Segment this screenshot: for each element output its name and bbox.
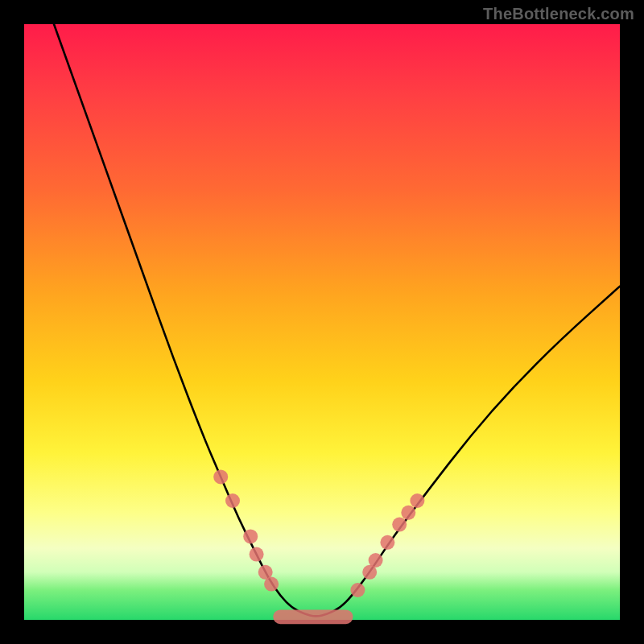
- watermark-text: TheBottleneck.com: [483, 5, 634, 23]
- marker-dot: [250, 547, 264, 562]
- marker-dot: [350, 583, 365, 597]
- marker-dot: [380, 535, 394, 550]
- marker-dot: [369, 553, 383, 568]
- markers-left: [213, 469, 279, 591]
- marker-dot: [225, 493, 240, 508]
- marker-dot: [401, 506, 415, 520]
- marker-dot: [392, 518, 407, 532]
- valley-lobe: [273, 609, 353, 624]
- plot-area: [24, 24, 620, 620]
- marker-dot: [213, 469, 228, 484]
- bottleneck-curve: [54, 24, 620, 616]
- marker-dot: [410, 493, 424, 508]
- marker-dot: [264, 577, 279, 592]
- chart-svg: [24, 24, 620, 620]
- marker-dot: [243, 529, 258, 543]
- chart-frame: TheBottleneck.com: [0, 0, 644, 644]
